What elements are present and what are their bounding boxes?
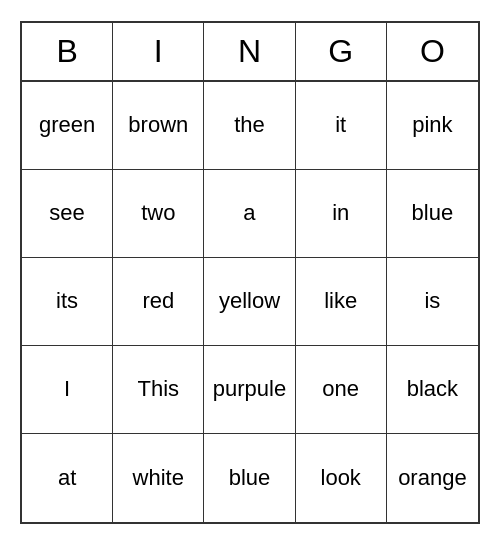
cell-r1-c4: blue — [387, 170, 478, 258]
cell-r2-c1: red — [113, 258, 204, 346]
cell-r0-c3: it — [296, 82, 387, 170]
bingo-grid: greenbrowntheitpinkseetwoainblueitsredye… — [22, 82, 478, 522]
cell-r2-c0: its — [22, 258, 113, 346]
cell-r0-c2: the — [204, 82, 295, 170]
cell-r4-c4: orange — [387, 434, 478, 522]
cell-r4-c0: at — [22, 434, 113, 522]
cell-r3-c1: This — [113, 346, 204, 434]
header-letter: O — [387, 23, 478, 80]
cell-r4-c3: look — [296, 434, 387, 522]
cell-r0-c0: green — [22, 82, 113, 170]
header-letter: I — [113, 23, 204, 80]
cell-r3-c4: black — [387, 346, 478, 434]
header-letter: N — [204, 23, 295, 80]
cell-r1-c0: see — [22, 170, 113, 258]
cell-r3-c0: I — [22, 346, 113, 434]
bingo-card: BINGO greenbrowntheitpinkseetwoainblueit… — [20, 21, 480, 524]
cell-r4-c1: white — [113, 434, 204, 522]
cell-r2-c3: like — [296, 258, 387, 346]
cell-r3-c2: purpule — [204, 346, 295, 434]
cell-r0-c1: brown — [113, 82, 204, 170]
cell-r2-c4: is — [387, 258, 478, 346]
cell-r2-c2: yellow — [204, 258, 295, 346]
header-letter: B — [22, 23, 113, 80]
cell-r1-c3: in — [296, 170, 387, 258]
cell-r1-c2: a — [204, 170, 295, 258]
cell-r4-c2: blue — [204, 434, 295, 522]
cell-r3-c3: one — [296, 346, 387, 434]
cell-r0-c4: pink — [387, 82, 478, 170]
header-letter: G — [296, 23, 387, 80]
bingo-header: BINGO — [22, 23, 478, 82]
cell-r1-c1: two — [113, 170, 204, 258]
